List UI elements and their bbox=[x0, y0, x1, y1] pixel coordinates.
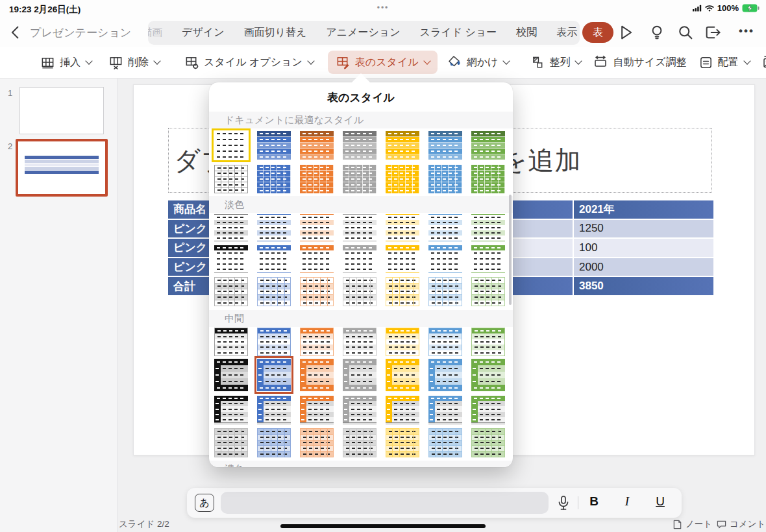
table-style-swatch-med2[interactable] bbox=[386, 359, 419, 391]
notes-button[interactable]: ノート bbox=[673, 518, 712, 530]
table-style-swatch-best1[interactable] bbox=[428, 131, 462, 160]
table-style-swatch-light2[interactable] bbox=[428, 245, 462, 272]
text-input-field[interactable] bbox=[221, 492, 549, 514]
table-style-swatch-med4[interactable] bbox=[300, 428, 334, 457]
table-cell-r4c3[interactable]: 3850 bbox=[574, 277, 713, 295]
table-style-swatch-light1[interactable] bbox=[386, 214, 419, 241]
table-style-swatch-light1[interactable] bbox=[428, 214, 462, 241]
ribbon-tab-6[interactable]: 校閲 bbox=[516, 26, 537, 40]
table-style-swatch-med1[interactable] bbox=[257, 328, 291, 356]
table-style-swatch-best1[interactable] bbox=[214, 131, 248, 160]
table-style-swatch-light1[interactable] bbox=[343, 214, 377, 241]
ribbon-tab-4[interactable]: アニメーション bbox=[326, 26, 400, 40]
slide-1-thumbnail[interactable] bbox=[19, 87, 104, 134]
table-style-swatch-med1[interactable] bbox=[214, 328, 248, 356]
table-style-swatch-med4[interactable] bbox=[343, 428, 377, 457]
table-style-swatch-light3[interactable] bbox=[428, 277, 462, 306]
table-style-swatch-light2[interactable] bbox=[386, 245, 419, 272]
table-style-swatch-med1[interactable] bbox=[428, 328, 462, 356]
bold-button[interactable]: B bbox=[584, 494, 604, 509]
table-style-swatch-best2[interactable] bbox=[386, 165, 419, 193]
shading-button[interactable]: 網かけ bbox=[447, 54, 510, 70]
ribbon-tab-1[interactable]: 描画 bbox=[148, 26, 162, 40]
ribbon-tab-5[interactable]: スライド ショー bbox=[420, 26, 497, 40]
present-play-icon[interactable] bbox=[617, 23, 635, 42]
table-style-swatch-best1[interactable] bbox=[343, 131, 377, 160]
tab-table-contextual[interactable]: 表 bbox=[582, 22, 613, 43]
share-icon[interactable] bbox=[704, 23, 722, 42]
table-style-swatch-light3[interactable] bbox=[343, 277, 377, 306]
dictation-mic-icon[interactable] bbox=[556, 495, 571, 512]
table-style-swatch-med1[interactable] bbox=[343, 328, 377, 356]
table-style-swatch-med3[interactable] bbox=[386, 396, 419, 424]
ribbon-tab-2[interactable]: デザイン bbox=[182, 26, 225, 40]
table-style-swatch-light3[interactable] bbox=[257, 277, 291, 306]
table-styles-button[interactable]: 表のスタイル bbox=[328, 51, 438, 74]
table-style-swatch-best1[interactable] bbox=[300, 131, 334, 160]
table-style-swatch-med2[interactable] bbox=[214, 359, 248, 391]
table-style-swatch-light3[interactable] bbox=[214, 277, 248, 306]
table-style-swatch-best2[interactable] bbox=[428, 165, 462, 193]
style-options-button[interactable]: スタイル オプション bbox=[184, 55, 314, 70]
table-style-swatch-best2[interactable] bbox=[343, 165, 377, 193]
table-style-swatch-med2[interactable] bbox=[428, 359, 462, 391]
table-style-swatch-best2[interactable] bbox=[257, 165, 291, 193]
autofit-button[interactable]: 自動サイズ調整 bbox=[593, 54, 686, 70]
back-button[interactable] bbox=[9, 25, 23, 40]
table-style-swatch-med3[interactable] bbox=[428, 396, 462, 424]
home-indicator[interactable] bbox=[280, 524, 486, 528]
table-style-swatch-med1[interactable] bbox=[386, 328, 419, 356]
search-icon[interactable] bbox=[676, 23, 695, 42]
table-style-swatch-best1[interactable] bbox=[386, 131, 419, 160]
language-key[interactable]: あ bbox=[195, 494, 214, 512]
table-style-swatch-light2[interactable] bbox=[471, 245, 505, 272]
table-style-swatch-med2[interactable] bbox=[471, 359, 505, 391]
table-style-swatch-med2[interactable] bbox=[343, 359, 377, 391]
table-style-swatch-med2[interactable] bbox=[300, 359, 334, 391]
table-style-swatch-light3[interactable] bbox=[386, 277, 419, 306]
table-style-swatch-light2[interactable] bbox=[300, 245, 334, 272]
comments-button[interactable]: コメント bbox=[717, 518, 765, 530]
table-style-swatch-best2[interactable] bbox=[300, 165, 334, 193]
table-cell-r0c3[interactable]: 2021年 bbox=[574, 200, 713, 219]
table-style-swatch-med3[interactable] bbox=[214, 396, 248, 424]
table-style-swatch-med3[interactable] bbox=[471, 396, 505, 424]
multitask-dots[interactable]: ••• bbox=[0, 3, 766, 12]
table-style-swatch-med1[interactable] bbox=[471, 328, 505, 356]
table-style-swatch-light1[interactable] bbox=[300, 214, 334, 241]
table-style-swatch-best2[interactable] bbox=[214, 165, 248, 193]
table-style-swatch-med4[interactable] bbox=[471, 428, 505, 457]
table-cell-r1c3[interactable]: 1250 bbox=[574, 220, 713, 238]
delete-button[interactable]: 削除 bbox=[108, 55, 160, 70]
table-style-swatch-med3[interactable] bbox=[343, 396, 377, 424]
table-cell-r3c3[interactable]: 2000 bbox=[574, 258, 713, 276]
table-style-swatch-light1[interactable] bbox=[471, 214, 505, 241]
more-options-button[interactable]: ••• bbox=[739, 25, 754, 38]
table-style-swatch-light2[interactable] bbox=[214, 245, 248, 272]
ribbon-tab-7[interactable]: 表示 bbox=[556, 26, 577, 40]
ribbon-tab-3[interactable]: 画面切り替え bbox=[244, 26, 307, 40]
table-style-swatch-med3[interactable] bbox=[257, 396, 291, 424]
table-style-swatch-light2[interactable] bbox=[257, 245, 291, 272]
table-style-swatch-best1[interactable] bbox=[257, 131, 291, 160]
table-style-swatch-med4[interactable] bbox=[428, 428, 462, 457]
table-cell-r2c3[interactable]: 100 bbox=[574, 239, 713, 257]
table-style-swatch-best2[interactable] bbox=[471, 165, 505, 193]
alt-text-button[interactable]: 代替テキスト bbox=[761, 54, 766, 70]
table-style-swatch-light3[interactable] bbox=[471, 277, 505, 306]
table-style-swatch-med4[interactable] bbox=[214, 428, 248, 457]
popup-scrollbar[interactable] bbox=[509, 195, 512, 305]
italic-button[interactable]: I bbox=[617, 494, 637, 509]
slide-2-thumbnail-selected[interactable] bbox=[16, 139, 108, 197]
lightbulb-icon[interactable] bbox=[648, 23, 666, 42]
table-style-swatch-med4[interactable] bbox=[386, 428, 419, 457]
align-button[interactable]: 整列 bbox=[530, 55, 581, 70]
document-title[interactable]: プレゼンテーション bbox=[30, 25, 131, 40]
insert-button[interactable]: 挿入 bbox=[40, 55, 92, 70]
arrange-button[interactable]: 配置 bbox=[698, 55, 750, 70]
table-style-swatch-light1[interactable] bbox=[214, 214, 248, 241]
table-style-swatch-med1[interactable] bbox=[300, 328, 334, 356]
table-style-swatch-med3[interactable] bbox=[300, 396, 334, 424]
table-style-swatch-med4[interactable] bbox=[257, 428, 291, 457]
table-style-swatch-light1[interactable] bbox=[257, 214, 291, 241]
